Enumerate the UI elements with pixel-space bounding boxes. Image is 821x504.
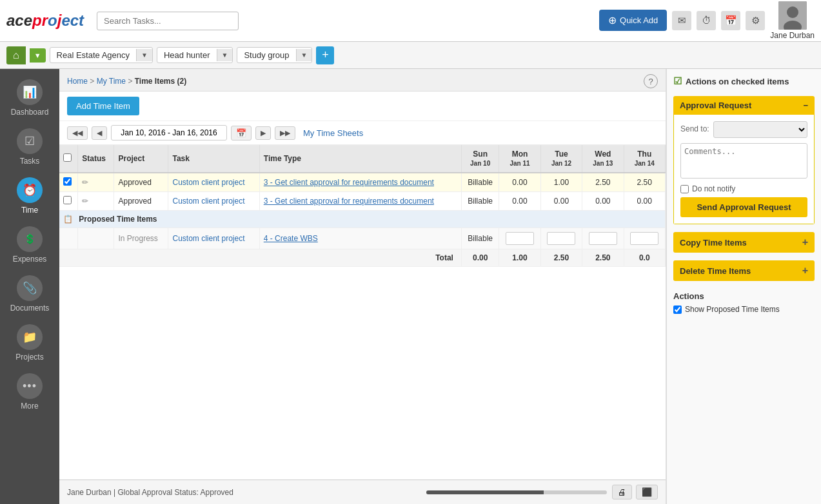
delete-time-items-section: Delete Time Items + (673, 260, 815, 281)
workspace1-dropdown[interactable]: Real Estate Agency ▼ (50, 47, 153, 63)
toolbar: Add Time Item (59, 92, 666, 121)
settings-icon[interactable]: ⚙ (746, 11, 765, 30)
documents-icon: 📎 (17, 275, 43, 301)
time-table-wrapper[interactable]: Status Project Task Time Type SunJan 10 … (59, 145, 666, 480)
search-input[interactable] (97, 12, 239, 30)
time-input-wed[interactable] (630, 232, 658, 245)
edit-icon[interactable]: ✏ (82, 178, 88, 187)
col-header-status: Status (78, 145, 114, 173)
check-icon: ☑ (673, 75, 682, 87)
delete-time-items-header[interactable]: Delete Time Items + (673, 260, 815, 281)
scroll-progress (426, 490, 607, 494)
row-checkbox[interactable] (63, 196, 72, 204)
proposed-icon: 📋 (63, 215, 73, 224)
copy-time-items-header[interactable]: Copy Time Items + (673, 232, 815, 253)
workspace2-arrow[interactable]: ▼ (217, 49, 233, 61)
col-header-wed: WedJan 13 (582, 145, 624, 173)
edit-icon[interactable]: ✏ (82, 197, 88, 206)
date-navigation: ◀◀ ◀ 📅 ▶ ▶▶ My Time Sheets (59, 121, 666, 145)
bottom-actions: Actions Show Proposed Time Items (673, 289, 815, 314)
row-task-link[interactable]: 4 - Create WBS (264, 234, 318, 243)
clock-icon[interactable]: ⏱ (697, 11, 716, 30)
col-header-timetype: Time Type (259, 145, 461, 173)
print-button[interactable]: 🖨 (612, 485, 632, 499)
workspace3-arrow[interactable]: ▼ (296, 49, 312, 61)
time-input-tue[interactable] (589, 232, 617, 245)
sidebar: 📊 Dashboard ☑ Tasks ⏰ Time 💲 Expenses 📎 … (0, 69, 59, 504)
total-sun: 0.00 (461, 249, 499, 267)
total-mon: 1.00 (499, 249, 540, 267)
breadcrumb: Home > My Time > Time Items (2) (67, 77, 186, 86)
sidebar-item-time[interactable]: ⏰ Time (4, 172, 55, 220)
actions-title: Actions (673, 291, 815, 301)
time-input-sun[interactable] (506, 232, 534, 245)
date-range-input[interactable] (111, 125, 227, 141)
help-icon[interactable]: ? (644, 74, 658, 88)
show-proposed-checkbox[interactable] (673, 305, 682, 314)
row-mon: 0.00 (540, 192, 582, 211)
breadcrumb-mytime-link[interactable]: My Time (97, 77, 126, 86)
calendar-icon[interactable]: 📅 (721, 11, 740, 30)
home-dropdown-button[interactable]: ▼ (30, 48, 46, 63)
time-table: Status Project Task Time Type SunJan 10 … (59, 145, 666, 267)
row-project-link[interactable]: Custom client project (172, 234, 244, 243)
col-header-thu: ThuJan 14 (624, 145, 665, 173)
row-project-link[interactable]: Custom client project (172, 197, 244, 206)
navbar: ⌂ ▼ Real Estate Agency ▼ Head hunter ▼ S… (0, 42, 821, 69)
calendar-picker-icon[interactable]: 📅 (231, 126, 252, 141)
send-approval-button[interactable]: Send Approval Request (680, 197, 807, 217)
row-project-link[interactable]: Custom client project (172, 178, 244, 187)
comments-textarea[interactable] (680, 143, 807, 179)
date-back-button[interactable]: ◀ (92, 126, 107, 140)
app-logo: aceproject (6, 12, 84, 30)
approval-request-header[interactable]: Approval Request − (673, 96, 815, 115)
sidebar-item-dashboard[interactable]: 📊 Dashboard (4, 74, 55, 122)
row-timetype: Billable (461, 228, 499, 249)
time-input-mon[interactable] (547, 232, 575, 245)
row-tue: 2.50 (582, 173, 624, 192)
sidebar-item-documents[interactable]: 📎 Documents (4, 270, 55, 318)
table-row: ✏ Approved Custom client project 3 - Get… (59, 192, 666, 211)
quick-add-button[interactable]: ⊕ Quick Add (599, 10, 667, 31)
workspace2-dropdown[interactable]: Head hunter ▼ (157, 47, 233, 63)
home-button[interactable]: ⌂ (6, 46, 26, 64)
send-to-label: Send to: (680, 121, 709, 138)
total-wed: 2.50 (582, 249, 624, 267)
main-layout: 📊 Dashboard ☑ Tasks ⏰ Time 💲 Expenses 📎 … (0, 69, 821, 504)
date-forward-double-button[interactable]: ▶▶ (275, 126, 295, 140)
date-back-double-button[interactable]: ◀◀ (67, 126, 88, 140)
row-task-link[interactable]: 3 - Get client approval for requirements… (264, 197, 434, 206)
email-icon[interactable]: ✉ (672, 11, 691, 30)
sidebar-item-tasks[interactable]: ☑ Tasks (4, 123, 55, 171)
row-timetype: Billable (461, 173, 499, 192)
total-tue: 2.50 (540, 249, 582, 267)
col-header-project: Project (114, 145, 168, 173)
my-timesheets-link[interactable]: My Time Sheets (303, 128, 363, 138)
projects-icon: 📁 (17, 324, 43, 350)
workspace1-arrow[interactable]: ▼ (136, 49, 152, 61)
copy-expand-icon: + (802, 237, 808, 248)
sidebar-item-more[interactable]: ••• More (4, 368, 55, 416)
breadcrumb-home-link[interactable]: Home (67, 77, 88, 86)
date-forward-button[interactable]: ▶ (255, 126, 271, 140)
row-wed: 2.50 (624, 173, 665, 192)
sidebar-item-expenses[interactable]: 💲 Expenses (4, 221, 55, 269)
status-text: Jane Durban | Global Approval Status: Ap… (67, 488, 233, 497)
select-all-checkbox[interactable] (63, 153, 72, 162)
row-task-link[interactable]: 3 - Get client approval for requirements… (264, 178, 434, 187)
sidebar-item-projects[interactable]: 📁 Projects (4, 319, 55, 367)
do-not-notify-checkbox[interactable] (680, 185, 689, 193)
send-to-select[interactable] (713, 121, 807, 138)
workspace3-dropdown[interactable]: Study group ▼ (237, 47, 312, 63)
total-thu: 0.0 (624, 249, 665, 267)
add-workspace-button[interactable]: + (316, 46, 334, 64)
svg-point-1 (787, 6, 798, 18)
row-status: Approved (114, 173, 168, 192)
plus-circle-icon: ⊕ (608, 14, 617, 26)
add-time-item-button[interactable]: Add Time Item (67, 97, 139, 115)
export-button[interactable]: ⬛ (636, 485, 658, 499)
delete-expand-icon: + (802, 265, 808, 276)
col-header-tue: TueJan 12 (540, 145, 582, 173)
row-checkbox[interactable] (63, 177, 72, 186)
table-row: ✏ Approved Custom client project 3 - Get… (59, 173, 666, 192)
